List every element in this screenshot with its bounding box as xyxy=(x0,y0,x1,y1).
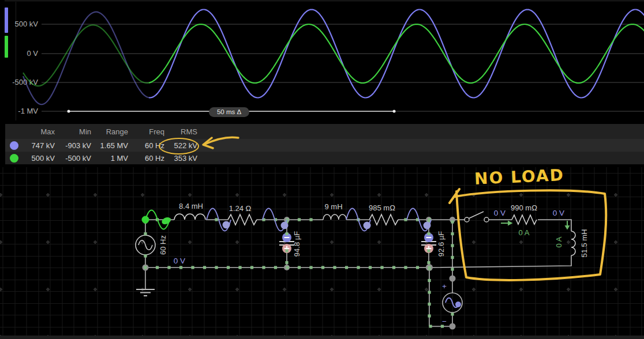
rms-highlight-ellipse-annotation xyxy=(159,138,199,155)
wires[interactable] xyxy=(145,220,571,326)
down-arrow-icon xyxy=(565,225,570,230)
right-arrow-icon xyxy=(508,221,513,226)
ch2-range: 1 MV xyxy=(91,154,128,163)
voltage-probe-dot[interactable] xyxy=(424,222,431,229)
capacitor2-label: 92.6 µF xyxy=(437,231,445,257)
arrow-annotation xyxy=(199,134,242,153)
ground-symbol[interactable] xyxy=(136,289,155,296)
ch2-rms: 353 kV xyxy=(164,154,197,163)
inductor1-label: 8.4 mH xyxy=(179,202,203,210)
ch2-min: -500 kV xyxy=(55,154,91,163)
measurements-table: Max Min Range Freq RMS 747 kV -903 kV 1.… xyxy=(5,124,644,164)
col-rms: RMS xyxy=(164,127,197,136)
inductor3-label: 51.5 mH xyxy=(580,229,589,257)
ch1-max: 747 kV xyxy=(23,141,55,150)
col-min: Min xyxy=(55,127,91,136)
resistor1-label: 1.24 Ω xyxy=(229,204,252,213)
resistor2-zigzag[interactable] xyxy=(369,214,398,225)
bus-voltage-label: 0 V xyxy=(174,257,185,265)
sine-symbol-icon xyxy=(138,240,152,250)
ch2-max: 500 kV xyxy=(23,154,55,163)
oscilloscope-panel[interactable]: 500 kV 0 V -500 kV -1 MV 50 ms Δ xyxy=(0,0,644,122)
voltage-probe-dot[interactable] xyxy=(281,222,289,229)
scope-gridlines xyxy=(42,24,644,111)
col-freq: Freq xyxy=(128,127,164,136)
ac-source-2[interactable] xyxy=(443,293,462,312)
voltage-probe-dot[interactable] xyxy=(223,221,230,229)
time-delta-badge: 50 ms Δ xyxy=(209,107,249,117)
ch2-freq: 60 Hz xyxy=(128,154,164,163)
load-voltage-label: 0 V xyxy=(553,209,564,217)
source2-minus-label: − xyxy=(442,317,447,326)
waveform-traces xyxy=(23,10,644,105)
window-bottom-edge xyxy=(0,336,644,339)
switch-voltage-label: 0 V xyxy=(494,209,506,217)
inductor2-coil[interactable] xyxy=(323,214,346,220)
switch-open[interactable] xyxy=(465,212,489,222)
load-current-label: 0 A xyxy=(519,228,530,237)
inductor1-coil[interactable] xyxy=(174,214,205,220)
resistor1-zigzag[interactable] xyxy=(228,214,257,225)
scope-plot[interactable] xyxy=(0,0,644,122)
col-max: Max xyxy=(23,127,55,136)
source1-freq-label: 60 Hz xyxy=(159,235,167,255)
ch1-min: -903 kV xyxy=(55,141,91,150)
green-probe-node[interactable] xyxy=(142,216,149,224)
inductor3-coil[interactable] xyxy=(571,231,575,255)
source2-plus-label: + xyxy=(442,282,447,291)
measurement-row-channel-2: 500 kV -500 kV 1 MV 60 Hz 353 kV xyxy=(5,152,644,164)
voltage-probe-dot[interactable] xyxy=(455,302,461,307)
resistor2-label: 985 mΩ xyxy=(369,204,395,212)
circuit-simulator-window: 500 kV 0 V -500 kV -1 MV 50 ms Δ Max Min xyxy=(0,0,644,339)
resistor3-label: 990 mΩ xyxy=(511,204,537,212)
inductor2-label: 9 mH xyxy=(324,202,342,211)
measurements-header-row: Max Min Range Freq RMS xyxy=(5,124,644,139)
col-range: Range xyxy=(91,127,128,136)
voltage-probe-dot[interactable] xyxy=(364,222,371,229)
circuit-canvas[interactable]: 8.4 mH 1.24 Ω 9 mH 985 mΩ 990 mΩ 94.8 µF… xyxy=(0,167,644,339)
measurement-row-channel-1: 747 kV -903 kV 1.65 MV 60 Hz 522 kV xyxy=(5,139,644,152)
inductor3-current-label: 0 A xyxy=(555,236,563,247)
resistor3-zigzag[interactable] xyxy=(512,215,537,224)
load-loop-wires[interactable] xyxy=(430,220,571,268)
ac-source-1[interactable] xyxy=(136,235,155,255)
channel-2-dot[interactable] xyxy=(10,154,18,163)
green-probe-blob[interactable] xyxy=(160,216,171,226)
channel-1-dot[interactable] xyxy=(10,141,18,150)
capacitor1-label: 94.8 µF xyxy=(293,231,301,257)
ch1-range: 1.65 MV xyxy=(91,141,128,150)
